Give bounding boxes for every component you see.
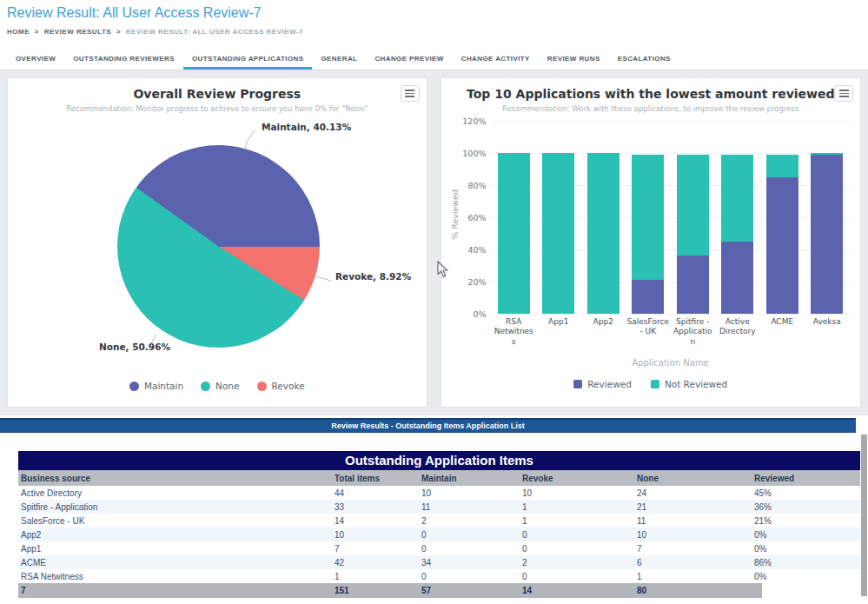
table-row: App170070%	[18, 541, 860, 555]
tab-change-activity[interactable]: CHANGE ACTIVITY	[453, 47, 539, 70]
table-cell: App2	[18, 530, 332, 540]
table-row: Spitfire - Application331112136%	[18, 500, 860, 514]
tab-overview[interactable]: OVERVIEW	[7, 47, 64, 70]
chart-context-menu-icon[interactable]	[834, 85, 853, 102]
bar-chart-title: Top 10 Applications with the lowest amou…	[441, 87, 861, 101]
bar-ACME[interactable]	[766, 121, 798, 314]
table-cell: 21	[634, 502, 752, 512]
bar-segment-reviewed[interactable]	[811, 155, 843, 314]
column-header-reviewed[interactable]: Reviewed	[752, 474, 858, 483]
table-cell: 14	[520, 586, 634, 595]
bar-segment-not-reviewed[interactable]	[677, 155, 709, 256]
table-cell: 0	[419, 544, 520, 554]
table-cell: 7	[332, 544, 419, 554]
table-cell: 86%	[752, 558, 858, 567]
tab-outstanding-applications[interactable]: OUTSTANDING APPLICATIONS	[183, 47, 313, 70]
table-cell: 7	[18, 586, 332, 595]
tab-general[interactable]: GENERAL	[312, 47, 366, 70]
xaxis-tick-label: Spitfire - Application	[672, 317, 715, 347]
table-cell: 0	[520, 544, 634, 554]
bar-segment-not-reviewed[interactable]	[632, 155, 664, 280]
tab-change-preview[interactable]: CHANGE PREVIEW	[366, 47, 452, 70]
table-cell: 21%	[752, 516, 858, 526]
xaxis-tick-label: Active Directory	[716, 317, 759, 337]
column-header-maintain[interactable]: Maintain	[419, 474, 520, 483]
table-cell: 24	[634, 488, 752, 498]
yaxis-tick-label: 120%	[455, 116, 487, 126]
bar-chart-card: Top 10 Applications with the lowest amou…	[441, 77, 862, 408]
bar-App2[interactable]	[587, 121, 620, 314]
charts-row: Overall Review Progress Recommendation: …	[0, 70, 868, 415]
breadcrumb-separator: >	[35, 28, 39, 36]
xaxis-tick-label: Aveksa	[805, 317, 849, 327]
column-header-none[interactable]: None	[634, 474, 752, 483]
bar-Active Directory[interactable]	[721, 121, 753, 314]
report-section-title-bar: Review Results - Outstanding Items Appli…	[0, 418, 856, 433]
table-cell: 36%	[752, 502, 858, 512]
legend-dot-icon	[257, 382, 267, 391]
table-cell: 11	[634, 516, 752, 526]
table-cell: 42	[332, 558, 419, 567]
table-cell: 0	[520, 530, 634, 540]
table-cell: 44	[332, 488, 419, 498]
vertical-scrollbar-thumb[interactable]	[861, 435, 867, 596]
bar-segment-reviewed[interactable]	[632, 280, 664, 314]
table-cell: 11	[419, 502, 520, 512]
legend-square-icon	[573, 380, 582, 388]
table-cell: 33	[332, 502, 419, 512]
bar-Aveksa[interactable]	[811, 121, 843, 314]
tab-review-runs[interactable]: REVIEW RUNS	[539, 47, 609, 70]
table-cell: App1	[18, 544, 332, 554]
table-cell: 0%	[752, 572, 858, 581]
pie-legend-item[interactable]: None	[201, 381, 239, 391]
tab-outstanding-reviewers[interactable]: OUTSTANDING REVIEWERS	[64, 47, 183, 70]
table-cell: 14	[332, 516, 419, 526]
bar-plot-area	[492, 121, 850, 314]
chart-context-menu-icon[interactable]	[401, 85, 420, 102]
yaxis-tick-label: 20%	[455, 277, 487, 287]
xaxis-tick-label: SalesForce - UK	[626, 317, 670, 337]
table-cell: ACME	[18, 558, 332, 567]
bar-legend-item[interactable]: Reviewed	[573, 379, 632, 389]
pie-chart-title: Overall Review Progress	[8, 87, 427, 101]
pie-chart[interactable]	[117, 145, 320, 348]
table-row: RSA Netwitness10010%	[18, 569, 860, 583]
table-cell: 10	[332, 530, 419, 540]
table-header-row: Business sourceTotal itemsMaintainRevoke…	[18, 470, 860, 486]
table-cell: 0	[419, 572, 520, 581]
pie-legend-item[interactable]: Maintain	[129, 381, 183, 391]
yaxis-tick-label: 80%	[455, 181, 487, 190]
bar-segment-not-reviewed[interactable]	[721, 155, 753, 242]
bar-segment-not-reviewed[interactable]	[766, 155, 798, 177]
bar-segment-reviewed[interactable]	[721, 242, 753, 314]
column-header-business-source[interactable]: Business source	[18, 474, 332, 483]
column-header-revoke[interactable]: Revoke	[520, 474, 634, 483]
table-cell: 2	[520, 558, 634, 567]
pie-legend-item[interactable]: Revoke	[257, 381, 305, 391]
bar-segment-not-reviewed[interactable]	[811, 153, 843, 155]
bar-segment-reviewed[interactable]	[677, 256, 709, 314]
breadcrumb-current: REVIEW RESULT: ALL USER ACCESS REVIEW-7	[126, 28, 303, 36]
tab-escalations[interactable]: ESCALATIONS	[609, 47, 679, 70]
bar-segment-not-reviewed[interactable]	[498, 153, 530, 314]
table-cell: 10	[419, 488, 520, 498]
table-cell: 1	[520, 516, 634, 526]
bar-segment-not-reviewed[interactable]	[587, 153, 620, 314]
breadcrumb-home[interactable]: HOME	[7, 28, 30, 36]
column-header-total-items[interactable]: Total items	[332, 474, 419, 483]
table-cell: 7	[634, 544, 752, 554]
bar-RSA Netwitness[interactable]	[498, 121, 530, 314]
bar-legend-item[interactable]: Not Reviewed	[651, 379, 727, 389]
table-cell: Active Directory	[18, 488, 332, 498]
bar-SalesForce - UK[interactable]	[632, 121, 664, 314]
breadcrumb: HOME > REVIEW RESULTS > REVIEW RESULT: A…	[7, 28, 868, 36]
xaxis-tick-label: App2	[582, 317, 626, 327]
bar-Spitfire - Application[interactable]	[677, 121, 709, 314]
table-cell: 45%	[752, 488, 858, 498]
breadcrumb-review-results[interactable]: REVIEW RESULTS	[44, 28, 112, 36]
bar-segment-not-reviewed[interactable]	[542, 153, 574, 314]
bar-segment-reviewed[interactable]	[766, 177, 798, 314]
table-cell: 0	[419, 530, 520, 540]
bar-App1[interactable]	[542, 121, 574, 314]
table-cell: 6	[634, 558, 752, 567]
